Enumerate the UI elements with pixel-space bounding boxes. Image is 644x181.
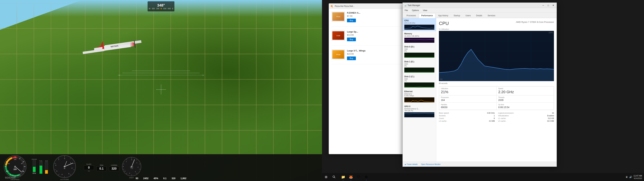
val-l2-cache: 4.0 MB <box>489 120 495 122</box>
res-detail-memory: 10.4/16.0 GB (65%) <box>404 35 434 37</box>
detail-base-speed: Base speed: 3.60 GHz <box>439 112 495 114</box>
cpu-stats-grid: Utilization 21% Speed 2.20 GHz Processes… <box>439 86 554 110</box>
clock-date: 9/24/2020 <box>634 177 642 179</box>
tm-sidebar: CPU 21% 2.20 GHz Memory 10.4/16.0 GB (65… <box>403 18 436 162</box>
taskbar-app-settings[interactable]: ⚙ <box>362 173 370 181</box>
instrument-panel: 140 40 80 120 160 200 250 KTS 225 AIRSPE… <box>0 154 322 181</box>
tm-close-btn[interactable]: ✕ <box>551 3 555 7</box>
rpm-val: 2452 <box>143 177 148 180</box>
fewer-details-btn[interactable]: ▲ Fewer details <box>404 163 418 165</box>
flaps-label: FLAPS <box>86 164 92 165</box>
altitude-label: ALTITUDE <box>60 179 69 180</box>
res-detail-disk1: HDD0% <box>404 63 434 67</box>
stat-uptime: Up time 0:06:15:54 <box>496 102 554 110</box>
sidebar-item-disk1[interactable]: Disk 1 (E:) HDD0% <box>403 59 436 74</box>
task-manager-window[interactable]: 📊 Task Manager ─ □ ✕ File Options View P… <box>402 2 557 167</box>
open-resource-monitor-btn[interactable]: Open Resource Monitor <box>421 163 440 165</box>
stat-uptime-value: 0:06:15:54 <box>498 106 552 108</box>
fuel-bar <box>40 162 42 174</box>
res-mini-graph-disk0 <box>404 52 434 58</box>
tab-users[interactable]: Users <box>463 13 473 18</box>
res-detail-cpu: 21% 2.20 GHz <box>404 22 434 24</box>
sidebar-item-memory[interactable]: Memory 10.4/16.0 GB (65%) <box>403 31 436 44</box>
airspeed-bottom-val: 93 <box>136 177 138 180</box>
val-logical-proc: 16 <box>552 112 554 114</box>
svg-text:4: 4 <box>129 172 130 174</box>
res-mini-graph-memory <box>404 38 434 43</box>
stat-speed: Speed 2.20 GHz <box>496 86 554 95</box>
svg-text:7: 7 <box>126 161 127 162</box>
tm-maximize-btn[interactable]: □ <box>546 3 550 7</box>
svg-text:4: 4 <box>62 174 62 175</box>
sidebar-item-gpu[interactable]: GPU 0 NVIDIA Geforce G...76% (81 %) <box>403 104 436 119</box>
aoa-bar-fill <box>45 170 48 174</box>
taskbar-app-explorer[interactable]: 📁 <box>340 173 347 181</box>
start-button[interactable]: ⊞ <box>322 173 330 181</box>
store-item-thumb: Large <box>332 30 345 40</box>
graph-label-0: 0% <box>440 78 442 80</box>
stat-processes-value: 164 <box>441 99 494 102</box>
res-name-ethernet: Ethernet <box>404 90 434 93</box>
detail-logical-proc: Logical processors: 16 <box>498 112 554 114</box>
right-instruments: FLAPS 0 DN TRIM 0.1 V.SPEED 320 <box>84 156 142 179</box>
flaps-value: 0 <box>84 166 94 170</box>
tm-minimize-btn[interactable]: ─ <box>541 3 545 7</box>
tm-titlebar: 📊 Task Manager ─ □ ✕ <box>403 3 556 8</box>
taskbar-apps: 📁 🦊 🛡 ⚙ <box>340 173 370 181</box>
tab-performance[interactable]: Performance <box>419 13 435 18</box>
store-buy-btn[interactable]: Buy <box>347 18 356 22</box>
stat-utilization-label: Utilization <box>441 88 494 90</box>
svg-text:3: 3 <box>68 173 69 174</box>
engine-bar <box>33 160 36 172</box>
sidebar-item-disk0[interactable]: Disk 0 (D:) SSD0% <box>403 44 436 59</box>
tm-menu-options[interactable]: Options <box>411 9 420 12</box>
svg-text:2: 2 <box>138 166 138 168</box>
cpu-details: Base speed: 3.60 GHz Logical processors:… <box>439 112 554 122</box>
sidebar-item-disk2[interactable]: Disk 2 (C:) SSD1% <box>403 74 436 89</box>
svg-text:225: 225 <box>14 168 16 170</box>
trim-value: 0.1 <box>96 166 106 171</box>
cpu-section-title: CPU <box>439 21 449 26</box>
right-panel: 🍕 Pizza Hut Pizza Deli... ─ □ ✕ Pizza P.… <box>322 0 644 181</box>
tab-processes[interactable]: Processes <box>404 13 418 18</box>
airspeed-gauge: 140 40 80 120 160 200 250 KTS 225 <box>3 155 27 178</box>
tray-network-icon: 🖥 <box>626 176 628 178</box>
tab-startup[interactable]: Startup <box>451 13 463 18</box>
vspeed-value: 320 <box>109 166 119 171</box>
res-mini-graph-disk1 <box>404 68 434 72</box>
svg-text:0: 0 <box>131 159 132 160</box>
svg-text:1: 1 <box>70 162 71 164</box>
tm-title: Task Manager <box>408 4 540 6</box>
sidebar-item-cpu[interactable]: CPU 21% 2.20 GHz <box>403 18 436 31</box>
tm-footer: ▲ Fewer details Open Resource Monitor <box>403 162 556 166</box>
taskbar-app-shield[interactable]: 🛡 <box>355 173 362 181</box>
tm-menu-file[interactable]: File <box>404 9 408 12</box>
res-detail-disk2: SSD1% <box>404 78 434 82</box>
stat-handles: Handles 69030 <box>439 102 496 110</box>
search-button[interactable] <box>330 173 338 181</box>
val-l1-cache: 512 KB <box>548 117 554 119</box>
tab-details[interactable]: Details <box>474 13 485 18</box>
svg-text:01: 01 <box>64 166 66 168</box>
tm-body: CPU 21% 2.20 GHz Memory 10.4/16.0 GB (65… <box>403 18 556 162</box>
sidebar-item-ethernet[interactable]: Ethernet Ethernet 20.0/8.0 Mbps <box>403 89 436 104</box>
val-cores: 8 <box>494 117 495 119</box>
trim-label: TRIM <box>100 164 103 166</box>
res-name-memory: Memory <box>404 32 434 35</box>
res-detail-ethernet: Ethernet 20.0/8.0 Mbps <box>404 93 434 97</box>
tray-clock[interactable]: 11:47 AM 9/24/2020 <box>634 175 642 179</box>
store-buy-btn-2[interactable]: Buy <box>347 38 356 41</box>
svg-text:5: 5 <box>56 170 57 172</box>
detail-l3-cache: L3 cache: 32.0 MB <box>498 120 554 122</box>
feet-label: FEET <box>130 177 134 179</box>
val-l3-cache: 32.0 MB <box>547 120 554 122</box>
res-name-cpu: CPU <box>404 20 434 22</box>
tm-tabs: Processes Performance App history Startu… <box>403 13 556 18</box>
tm-menu-view[interactable]: View <box>422 9 428 12</box>
store-title: Pizza Hut Pizza Deli... <box>335 5 406 7</box>
store-buy-btn-3[interactable]: Buy <box>347 56 356 60</box>
tab-app-history[interactable]: App history <box>436 13 451 18</box>
svg-text:120: 120 <box>16 174 19 176</box>
tab-services[interactable]: Services <box>485 13 498 18</box>
taskbar-app-firefox[interactable]: 🦊 <box>347 173 354 181</box>
